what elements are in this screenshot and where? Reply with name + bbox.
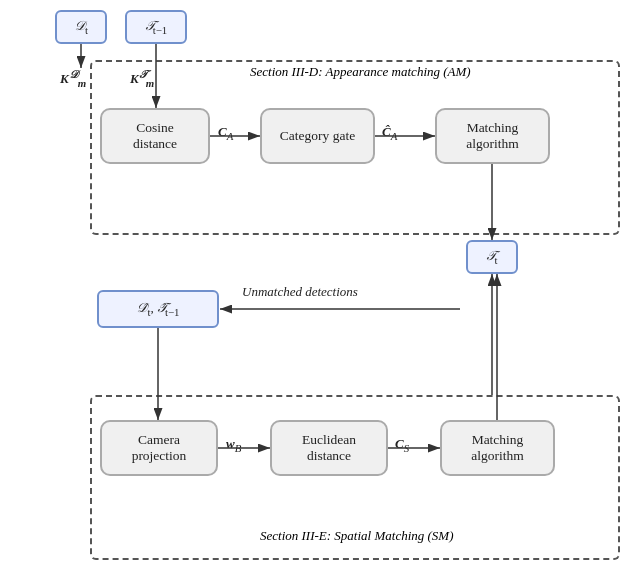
cs-label: CS [395,436,409,454]
ca-label: CA [218,124,233,142]
diagram: Section III-D: Appearance matching (AM) … [0,0,640,582]
category-gate-box: Category gate [260,108,375,164]
euclidean-box: Euclideandistance [270,420,388,476]
matching-am-box: Matchingalgorithm [435,108,550,164]
km-t-label: K𝒯m [130,68,154,89]
unmatched-text-label: Unmatched detections [242,284,358,300]
matching-sm-box: Matchingalgorithm [440,420,555,476]
unmatched-box: 𝒟̂t, 𝒯̂t−1 [97,290,219,328]
cosine-box: Cosine distance [100,108,210,164]
section-am-label: Section III-D: Appearance matching (AM) [250,64,471,80]
chat-a-label: ĈA [382,124,397,142]
wb-label: wB [226,436,241,454]
km-d-label: K𝒟m [60,68,86,89]
section-sm-label: Section III-E: Spatial Matching (SM) [260,528,454,544]
t-prev-box: 𝒯t−1 [125,10,187,44]
camera-box: Cameraprojection [100,420,218,476]
t-out-box: 𝒯t [466,240,518,274]
dt-box: 𝒟t [55,10,107,44]
